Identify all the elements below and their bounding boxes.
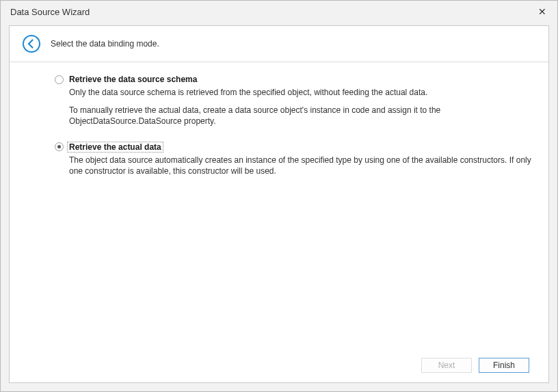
finish-button[interactable]: Finish — [479, 358, 529, 373]
radio-schema[interactable] — [55, 75, 64, 84]
titlebar: Data Source Wizard ✕ — [1, 1, 557, 23]
option-schema: Retrieve the data source schema Only the… — [55, 75, 536, 127]
radio-actual[interactable] — [55, 142, 64, 151]
option-actual-head[interactable]: Retrieve the actual data — [55, 142, 536, 152]
option-actual-desc1: The object data source automatically cre… — [69, 155, 536, 177]
option-actual-title: Retrieve the actual data — [69, 142, 163, 152]
wizard-content: Retrieve the data source schema Only the… — [10, 62, 548, 351]
wizard-panel: Select the data binding mode. Retrieve t… — [9, 25, 549, 383]
option-schema-desc2: To manually retrieve the actual data, cr… — [69, 105, 536, 127]
focus-indicator: Retrieve the actual data — [67, 142, 163, 153]
window-title: Data Source Wizard — [10, 7, 90, 17]
option-schema-title: Retrieve the data source schema — [69, 75, 197, 84]
wizard-instruction: Select the data binding mode. — [51, 39, 159, 49]
next-button: Next — [421, 358, 472, 373]
svg-point-0 — [23, 36, 40, 52]
wizard-footer: Next Finish — [10, 351, 548, 382]
wizard-header: Select the data binding mode. — [10, 26, 548, 62]
wizard-window: Data Source Wizard ✕ Select the data bin… — [0, 0, 558, 392]
close-icon[interactable]: ✕ — [534, 5, 550, 18]
back-arrow-icon[interactable] — [22, 34, 41, 53]
option-schema-head[interactable]: Retrieve the data source schema — [55, 75, 536, 84]
option-actual: Retrieve the actual data The object data… — [55, 142, 536, 177]
option-schema-desc1: Only the data source schema is retrieved… — [69, 87, 536, 98]
